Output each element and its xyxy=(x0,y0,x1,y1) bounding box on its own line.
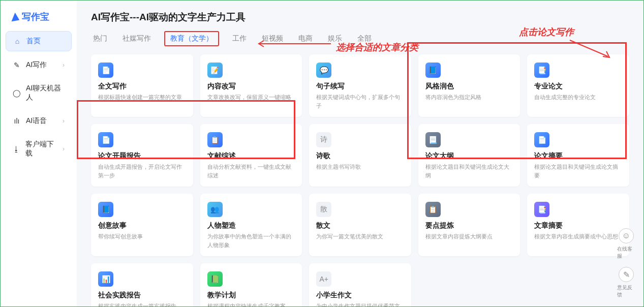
audio-icon: ılı xyxy=(13,117,21,125)
card-title: 论文大纲 xyxy=(425,151,513,161)
card-icon: 诗 xyxy=(316,132,331,147)
card-icon: 散 xyxy=(316,202,331,217)
card-item[interactable]: 散散文为你写一篇文笔优美的散文 xyxy=(309,194,411,256)
card-item[interactable]: 📄全文写作根据标题快速创建一篇完整的文章 xyxy=(91,54,193,117)
card-item[interactable]: 📊社会实践报告根据实践内容生成一篇实践报告 xyxy=(91,263,193,306)
card-desc: 根据关键词成中心句，扩展多个句子 xyxy=(316,93,404,110)
headset-icon: ☺ xyxy=(619,228,634,243)
card-desc: 根据标题快速创建一篇完整的文章 xyxy=(98,93,186,102)
card-title: 专业论文 xyxy=(534,82,622,91)
card-title: 教学计划 xyxy=(207,291,295,300)
card-icon: 📑 xyxy=(534,202,549,217)
card-icon: A+ xyxy=(316,271,331,287)
card-icon: 📝 xyxy=(207,63,223,78)
card-title: 创意故事 xyxy=(98,221,186,230)
card-title: 诗歌 xyxy=(316,151,404,161)
card-icon: 📗 xyxy=(207,271,223,287)
card-title: 风格润色 xyxy=(425,82,513,91)
card-icon: 👥 xyxy=(207,202,223,217)
card-desc: 根据论文题目和关键词生成论文大纲 xyxy=(425,163,513,179)
cards-grid: 📄全文写作根据标题快速创建一篇完整的文章📝内容改写文章改换改写，保留原义一键缩略… xyxy=(91,54,629,306)
home-icon: ⌂ xyxy=(13,37,21,45)
card-item[interactable]: 💬句子续写根据关键词成中心句，扩展多个句子 xyxy=(309,54,411,117)
brand-name: 写作宝 xyxy=(22,11,49,23)
card-icon: 📑 xyxy=(534,63,549,78)
sidebar-item-ai-chat[interactable]: ◯ AI聊天机器人 xyxy=(6,79,72,107)
sidebar-item-home[interactable]: ⌂ 首页 xyxy=(6,31,72,51)
card-title: 文献综述 xyxy=(207,151,295,161)
sidebar-item-label: AI语音 xyxy=(26,116,47,126)
card-item[interactable]: 📄论文开题报告自动生成开题报告，开启论文写作第一步 xyxy=(91,124,193,187)
card-desc: 根据主题书写诗歌 xyxy=(316,163,404,171)
card-title: 文章摘要 xyxy=(534,221,622,230)
chevron-right-icon: › xyxy=(63,145,65,152)
tab-work[interactable]: 工作 xyxy=(230,31,249,46)
feedback-button[interactable]: ✎ 意见反馈 xyxy=(617,267,635,298)
card-item[interactable]: 👥人物塑造为你故事中的角色塑造一个丰满的人物形象 xyxy=(200,194,302,256)
card-desc: 自动生成开题报告，开启论文写作第一步 xyxy=(98,163,186,179)
card-item[interactable]: 📋要点提炼根据文章内容提炼大纲要点 xyxy=(418,194,520,256)
pencil-icon: ✎ xyxy=(13,61,21,69)
tab-education[interactable]: 教育（文学） xyxy=(164,31,219,46)
card-item[interactable]: 📘风格润色将内容润色为指定风格 xyxy=(418,54,520,117)
card-desc: 为你写一篇文笔优美的散文 xyxy=(316,232,404,241)
card-icon: 📄 xyxy=(534,132,549,147)
sidebar-item-ai-write[interactable]: ✎ AI写作 › xyxy=(6,55,72,75)
card-item[interactable]: 📃论文大纲根据论文题目和关键词生成论文大纲 xyxy=(418,124,520,187)
card-item[interactable]: 诗诗歌根据主题书写诗歌 xyxy=(309,124,411,187)
card-item[interactable]: 📑文章摘要根据文章内容生成摘要或中心思想 xyxy=(527,194,629,256)
card-item[interactable]: A+小学生作文为中小学生作文题目提供优秀范文 xyxy=(309,263,411,306)
card-desc: 自动生成完整的专业论文 xyxy=(534,93,622,102)
arrow-essay-icon xyxy=(565,36,616,62)
card-item[interactable]: 📘创意故事帮你续写创意故事 xyxy=(91,194,193,256)
card-icon: 📘 xyxy=(425,63,441,78)
tab-hot[interactable]: 热门 xyxy=(91,31,109,46)
card-desc: 根据文章内容生成摘要或中心思想 xyxy=(534,232,622,241)
sidebar: 写作宝 ⌂ 首页 ✎ AI写作 › ◯ AI聊天机器人 ılı AI语音 › ⭳… xyxy=(1,1,77,306)
sidebar-item-download[interactable]: ⭳ 客户端下载 › xyxy=(6,135,72,163)
card-item[interactable]: 📝内容改写文章改换改写，保留原义一键缩略 xyxy=(200,54,302,117)
card-icon: 📋 xyxy=(425,202,441,217)
logo-icon xyxy=(10,12,20,22)
support-button[interactable]: ☺ 在线客服 xyxy=(617,228,635,260)
card-icon: 📊 xyxy=(98,271,113,287)
sidebar-item-label: AI写作 xyxy=(26,60,47,70)
sidebar-item-label: AI聊天机器人 xyxy=(26,84,65,102)
main-content: AI写作宝---AI驱动的文字生产力工具 热门 社媒写作 教育（文学） 工作 短… xyxy=(77,1,643,306)
sidebar-item-label: 客户端下载 xyxy=(25,140,57,158)
page-title: AI写作宝---AI驱动的文字生产力工具 xyxy=(91,11,629,24)
card-icon: 📘 xyxy=(98,202,113,217)
card-title: 全文写作 xyxy=(98,82,186,91)
chat-icon: ◯ xyxy=(13,89,21,97)
download-icon: ⭳ xyxy=(13,145,20,153)
card-desc: 帮你续写创意故事 xyxy=(98,232,186,241)
floating-actions: ☺ 在线客服 ✎ 意见反馈 xyxy=(617,228,635,298)
card-title: 小学生作文 xyxy=(316,291,404,300)
card-icon: 📄 xyxy=(98,63,113,78)
card-item[interactable]: 📗教学计划根据课程内容快速生成千字教案 xyxy=(200,263,302,306)
card-desc: 为你故事中的角色塑造一个丰满的人物形象 xyxy=(207,232,295,249)
card-icon: 💬 xyxy=(316,63,331,78)
card-icon: 📋 xyxy=(207,132,223,147)
feedback-icon: ✎ xyxy=(619,267,634,282)
feedback-label: 意见反馈 xyxy=(617,284,635,298)
support-label: 在线客服 xyxy=(617,245,635,260)
chevron-right-icon: › xyxy=(63,62,65,69)
card-item[interactable]: 📑专业论文自动生成完整的专业论文 xyxy=(527,54,629,117)
sidebar-item-label: 首页 xyxy=(26,37,41,46)
svg-line-1 xyxy=(570,40,608,56)
sidebar-item-ai-voice[interactable]: ılı AI语音 › xyxy=(6,111,72,131)
card-title: 社会实践报告 xyxy=(98,291,186,300)
chevron-right-icon: › xyxy=(63,117,65,125)
arrow-category-icon xyxy=(255,36,336,51)
card-item[interactable]: 📋文献综述自动分析文献资料，一键生成文献综述 xyxy=(200,124,302,187)
card-title: 要点提炼 xyxy=(425,221,513,230)
card-title: 句子续写 xyxy=(316,82,404,91)
card-title: 论文开题报告 xyxy=(98,151,186,161)
card-item[interactable]: 📄论文摘要根据论文题目和关键词生成论文摘要 xyxy=(527,124,629,187)
card-desc: 根据实践内容生成一篇实践报告 xyxy=(98,302,186,306)
card-desc: 为中小学生作文题目提供优秀范文 xyxy=(316,302,404,306)
tab-social[interactable]: 社媒写作 xyxy=(120,31,153,46)
card-desc: 将内容润色为指定风格 xyxy=(425,93,513,102)
card-desc: 自动分析文献资料，一键生成文献综述 xyxy=(207,163,295,179)
